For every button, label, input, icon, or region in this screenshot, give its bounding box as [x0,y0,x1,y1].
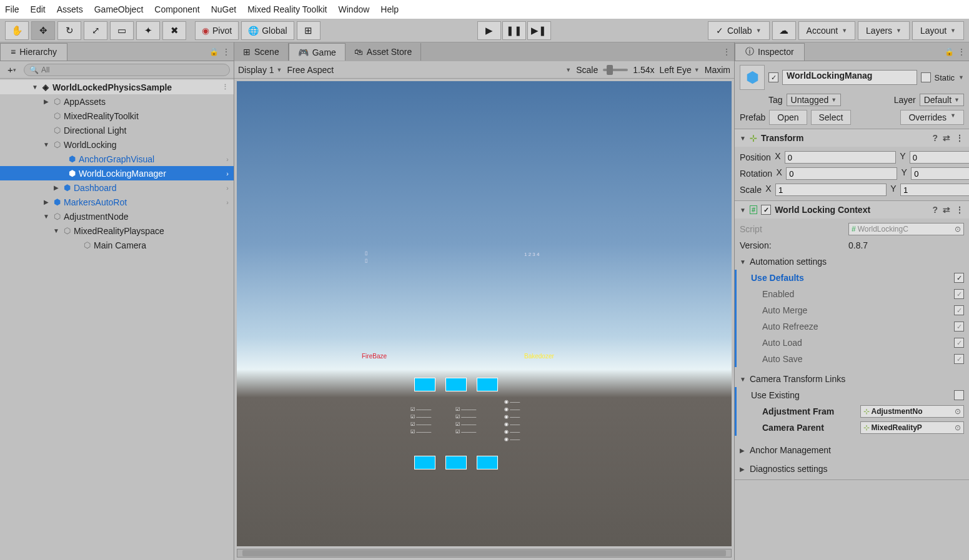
prefab-select-button[interactable]: Select [811,110,852,125]
pos-y-input[interactable] [910,151,969,164]
useexisting-checkbox[interactable] [954,390,964,400]
tree-item-wlm[interactable]: ▶⬢WorldLockingManager› [0,166,234,180]
enabled-row: Enabled✓ [740,286,964,302]
automerge-checkbox[interactable]: ✓ [954,305,964,315]
layers-dropdown[interactable]: Layers▼ [858,21,910,40]
tree-item-anchor[interactable]: ▶⬢AnchorGraphVisual› [0,152,234,166]
autosave-checkbox[interactable]: ✓ [954,354,964,364]
layout-dropdown[interactable]: Layout▼ [912,21,964,40]
help-icon[interactable]: ? [932,205,938,215]
transform-tool[interactable]: ✦ [136,21,160,40]
pivot-toggle[interactable]: ◉Pivot [195,21,239,40]
snap-toggle[interactable]: ⊞ [297,21,321,40]
custom-tool[interactable]: ✖ [162,21,186,40]
scale-tool[interactable]: ⤢ [84,21,107,40]
wlc-header[interactable]: ▼# ✓ World Locking Context ?⇄⋮ [735,201,969,219]
camparent-field[interactable]: ⊹MixedRealityP⊙ [860,421,965,434]
inspector-tab[interactable]: ⓘInspector [735,43,805,61]
panel-menu-icon[interactable]: ⋮ [958,47,965,56]
tree-item-dirlight[interactable]: ▶⬡Directional Light [0,123,234,137]
tree-item-worldlocking[interactable]: ▼⬡WorldLocking [0,137,234,152]
menu-nuget[interactable]: NuGet [211,4,236,14]
menu-edit[interactable]: Edit [31,4,46,14]
aspect-select[interactable]: Free Aspect▼ [287,65,572,75]
scl-y-input[interactable] [900,184,969,196]
display-select[interactable]: Display 1▼ [238,65,282,75]
panel-menu-icon[interactable]: ⋮ [222,47,230,56]
autorefreeze-checkbox[interactable]: ✓ [954,322,964,332]
adjframe-field[interactable]: ⊹AdjustmentNo⊙ [860,405,965,418]
hierarchy-search[interactable]: 🔍All [24,64,230,76]
transform-header[interactable]: ▼⊹Transform ?⇄⋮ [735,129,969,147]
pos-x-input[interactable] [785,151,896,164]
diagnostics-foldout[interactable]: ▶Diagnostics settings [740,461,964,477]
tree-item-playspace[interactable]: ▼⬡MixedRealityPlayspace [0,224,234,238]
maximize-label[interactable]: Maxim [705,65,730,75]
tree-item-dashboard[interactable]: ▶⬢Dashboard› [0,180,234,195]
step-button[interactable]: ▶❚ [527,21,551,40]
layer-dropdown[interactable]: Default▼ [920,94,964,106]
rot-x-input[interactable] [786,167,897,180]
game-tab[interactable]: 🎮Game [289,43,345,61]
tree-item-adjnode[interactable]: ▼⬡AdjustmentNode [0,209,234,224]
menu-mrtk[interactable]: Mixed Reality Toolkit [247,4,327,14]
wlc-enabled-checkbox[interactable]: ✓ [761,205,771,215]
camlinks-foldout[interactable]: ▼Camera Transform Links [740,371,964,387]
tree-item-markers[interactable]: ▶⬢MarkersAutoRot› [0,195,234,209]
hand-tool[interactable]: ✋ [5,21,29,40]
create-dropdown[interactable]: +▾ [4,63,20,77]
global-toggle[interactable]: 🌐Global [241,21,294,40]
preset-icon[interactable]: ⇄ [943,205,950,215]
scene-tab[interactable]: ⊞Scene [234,43,289,61]
play-button[interactable]: ▶ [477,21,501,40]
menu-help[interactable]: Help [380,4,399,14]
cloud-button[interactable]: ☁ [772,21,796,40]
anchormgmt-foldout[interactable]: ▶Anchor Management [740,442,964,458]
panel-menu-icon[interactable]: ⋮ [723,47,730,56]
usedefaults-checkbox[interactable]: ✓ [954,273,964,283]
collab-dropdown[interactable]: ✓Collab▼ [708,21,770,40]
panel-lock-icon[interactable]: 🔒 [209,47,219,56]
enabled-checkbox[interactable]: ✓ [954,289,964,299]
menu-window[interactable]: Window [339,4,370,14]
dash-label-red: FireBaze [362,353,387,360]
cube-icon: ⬡ [52,97,62,107]
horizontal-scrollbar[interactable] [237,549,732,558]
rotate-tool[interactable]: ↻ [57,21,81,40]
menu-gameobject[interactable]: GameObject [94,4,144,14]
tag-dropdown[interactable]: Untagged▼ [787,94,842,106]
prefab-overrides-dropdown[interactable]: Overrides▼ [900,110,964,125]
tree-item-mrtk[interactable]: ▶⬡MixedRealityToolkit [0,109,234,123]
gameobject-name-input[interactable]: WorldLockingManag [782,70,917,85]
rot-y-input[interactable] [911,167,969,180]
prefab-open-button[interactable]: Open [769,110,807,125]
help-icon[interactable]: ? [932,133,938,143]
preset-icon[interactable]: ⇄ [943,133,950,143]
panel-lock-icon[interactable]: 🔒 [945,47,954,56]
move-tool[interactable]: ✥ [31,21,55,40]
pause-button[interactable]: ❚❚ [502,21,526,40]
menu-icon[interactable]: ⋮ [955,205,964,215]
eye-select[interactable]: Left Eye▼ [659,65,699,75]
menu-component[interactable]: Component [154,4,199,14]
menu-assets[interactable]: Assets [57,4,83,14]
scl-x-input[interactable] [775,184,887,196]
version-value: 0.8.7 [848,240,868,250]
account-dropdown[interactable]: Account▼ [798,21,856,40]
active-checkbox[interactable]: ✓ [768,72,778,82]
tree-item-appassets[interactable]: ▶⬡AppAssets [0,94,234,109]
menu-file[interactable]: File [5,4,19,14]
scene-root[interactable]: ▼◈WorldLockedPhysicsSample⋮ [0,80,234,94]
assetstore-tab[interactable]: 🛍Asset Store [345,43,421,61]
hierarchy-tab[interactable]: ≡Hierarchy [0,43,67,61]
game-view[interactable]: FireBaze Bakedozer ☑ ———☑ ———☑ ———☑ ——— … [237,81,732,546]
automation-foldout[interactable]: ▼Automation settings [740,253,964,270]
autoload-checkbox[interactable]: ✓ [954,338,964,348]
rect-tool[interactable]: ▭ [110,21,134,40]
scale-slider[interactable] [603,69,628,71]
dash-label-yel: Bakedozer [524,353,554,360]
menu-icon[interactable]: ⋮ [955,133,964,143]
useexisting-row: Use Existing [740,387,964,403]
tree-item-camera[interactable]: ▶⬡Main Camera [0,238,234,252]
static-checkbox[interactable] [921,72,931,82]
